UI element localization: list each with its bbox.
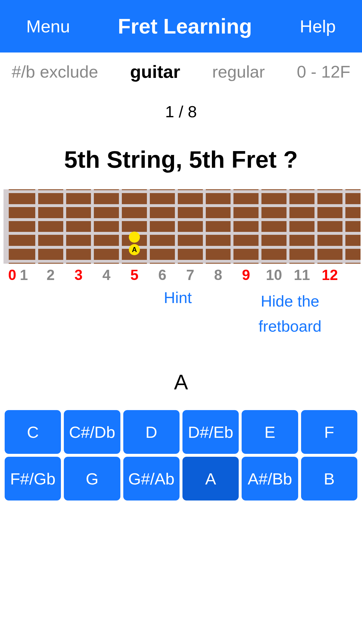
fretboard: A <box>3 189 361 264</box>
fretboard-fret <box>147 189 150 264</box>
fret-number-row: 0123456789101112 <box>3 267 361 284</box>
fretboard-string <box>3 246 361 249</box>
note-button-deb[interactable]: D#/Eb <box>182 410 239 454</box>
fret-number: 2 <box>47 267 55 284</box>
settings-row: #/b exclude guitar regular 0 - 12F <box>0 52 362 90</box>
note-button-abb[interactable]: A#/Bb <box>242 457 298 501</box>
note-button-g[interactable]: G <box>64 457 120 501</box>
help-button[interactable]: Help <box>300 16 336 36</box>
fret-number: 11 <box>294 267 310 284</box>
note-button-grid: CC#/DbDD#/EbEFF#/GbGG#/AbAA#/BbB <box>5 410 357 501</box>
note-button-c[interactable]: C <box>5 410 61 454</box>
fret-marker-note: A <box>129 244 140 255</box>
note-button-cdb[interactable]: C#/Db <box>64 410 120 454</box>
note-button-fgb[interactable]: F#/Gb <box>5 457 61 501</box>
setting-tuning[interactable]: regular <box>212 62 265 81</box>
fretboard-fret <box>175 189 178 264</box>
hint-link[interactable]: Hint <box>164 288 192 307</box>
fret-number: 10 <box>266 267 282 284</box>
fret-number: 0 <box>8 267 16 284</box>
fretboard-fret <box>342 189 345 264</box>
fretboard-string <box>3 218 361 221</box>
setting-instrument[interactable]: guitar <box>130 61 180 82</box>
fretboard-fret <box>203 189 206 264</box>
note-button-a[interactable]: A <box>182 457 239 501</box>
fretboard-fret <box>91 189 94 264</box>
hide-fretboard-link[interactable]: Hide thefretboard <box>259 288 321 339</box>
fret-number: 5 <box>130 267 138 284</box>
answer-display: A <box>0 370 362 394</box>
fretboard-string <box>3 204 361 207</box>
fret-number: 3 <box>75 267 83 284</box>
fretboard-fret <box>231 189 233 264</box>
note-button-f[interactable]: F <box>301 410 357 454</box>
app-header: Menu Fret Learning Help <box>0 0 362 52</box>
fret-number: 9 <box>242 267 250 284</box>
note-button-e[interactable]: E <box>242 410 298 454</box>
fret-number: 4 <box>102 267 110 284</box>
setting-sharpflat[interactable]: #/b exclude <box>12 62 98 81</box>
fretboard-fret <box>35 189 38 264</box>
progress-counter: 1 / 8 <box>0 102 362 121</box>
fretboard-fret <box>119 189 122 264</box>
fret-number: 7 <box>186 267 194 284</box>
fretboard-nut <box>3 189 9 264</box>
fret-number: 12 <box>322 267 338 284</box>
fretboard-string <box>3 232 361 235</box>
fretboard-fret <box>314 189 317 264</box>
fretboard-fret <box>287 189 289 264</box>
note-button-d[interactable]: D <box>123 410 180 454</box>
app-title: Fret Learning <box>70 14 300 38</box>
fretboard-string <box>3 260 361 263</box>
fret-marker-dot <box>129 232 140 243</box>
note-button-gab[interactable]: G#/Ab <box>123 457 180 501</box>
fretboard-fret <box>259 189 261 264</box>
fretboard-string <box>3 190 361 193</box>
menu-button[interactable]: Menu <box>26 16 70 36</box>
setting-range[interactable]: 0 - 12F <box>297 62 350 81</box>
fret-number: 6 <box>158 267 166 284</box>
action-links: Hint Hide thefretboard <box>0 288 362 332</box>
fretboard-container: A 0123456789101112 <box>0 189 362 284</box>
note-button-b[interactable]: B <box>301 457 357 501</box>
fretboard-bg <box>3 189 361 264</box>
fret-number: 8 <box>214 267 222 284</box>
fretboard-fret <box>63 189 66 264</box>
question-text: 5th String, 5th Fret ? <box>0 146 362 173</box>
fret-number: 1 <box>20 267 28 284</box>
